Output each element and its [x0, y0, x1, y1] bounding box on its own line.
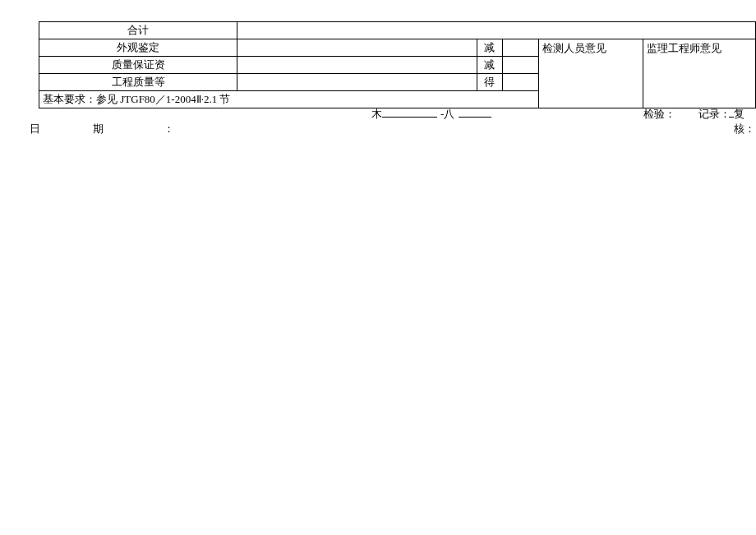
inspect-label: 检验：: [643, 107, 675, 122]
project-quality-score-label: 得: [477, 74, 503, 91]
review-label: 复核：: [734, 107, 756, 136]
total-value-cell-2: [477, 22, 756, 39]
appearance-deduct-value: [502, 39, 538, 57]
underline-2: [459, 107, 491, 118]
quality-assurance-label: 质量保证资: [39, 57, 237, 74]
appearance-deduct-label: 减: [477, 39, 503, 57]
date-colon: ：: [164, 122, 174, 136]
project-quality-value: [237, 74, 477, 91]
total-label-cell: 合计: [39, 22, 237, 39]
project-quality-score-value: [502, 74, 538, 91]
date-qi: 期: [93, 122, 104, 136]
quality-assurance-deduct-value: [502, 57, 538, 74]
quality-assurance-value: [237, 57, 477, 74]
inspector-opinion-cell: 检测人员意见: [538, 39, 643, 108]
appearance-label: 外观鉴定: [39, 39, 237, 57]
dash-text: -八: [440, 107, 454, 122]
quality-assurance-deduct-label: 减: [477, 57, 503, 74]
project-quality-label: 工程质量等: [39, 74, 237, 91]
date-ri: 日: [30, 122, 40, 136]
supervisor-opinion-cell: 监理工程师意见: [643, 39, 756, 108]
total-value-cell-1: [237, 22, 477, 39]
basic-requirement-cell: 基本要求：参见 JTGF80／1-2004Ⅱ·2.1 节: [39, 91, 539, 108]
inspection-table: 合计 外观鉴定 减 检测人员意见 监理工程师意见 质量保证资 减 工程质量等 得…: [39, 21, 756, 108]
wood-text: 木: [371, 107, 382, 122]
underline-1: [382, 107, 437, 118]
record-label: 记录：: [698, 107, 731, 122]
appearance-value: [237, 39, 477, 57]
